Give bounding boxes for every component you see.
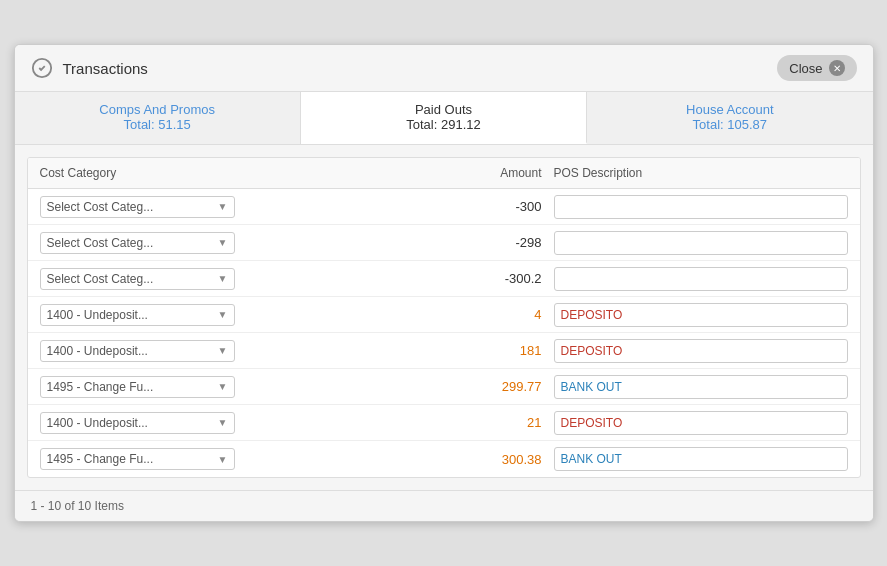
pos-cell[interactable] — [554, 267, 848, 291]
pos-input[interactable] — [554, 195, 848, 219]
pos-input[interactable] — [554, 267, 848, 291]
pos-cell[interactable] — [554, 195, 848, 219]
table-body: Select Cost Categ... ▼ -300 Select Cost … — [28, 189, 860, 477]
transactions-modal: Transactions Close ✕ Comps And Promos To… — [14, 44, 874, 522]
table-row: 1400 - Undeposit... ▼ 4DEPOSITO — [28, 297, 860, 333]
category-value: Select Cost Categ... — [47, 236, 154, 250]
tab-comps[interactable]: Comps And Promos Total: 51.15 — [15, 92, 301, 144]
pos-text-bank: BANK OUT — [554, 375, 848, 399]
dropdown-arrow-icon: ▼ — [218, 237, 228, 248]
category-cell[interactable]: 1495 - Change Fu... ▼ — [40, 376, 260, 398]
table-row: 1495 - Change Fu... ▼ 299.77BANK OUT — [28, 369, 860, 405]
pos-cell: BANK OUT — [554, 375, 848, 399]
pos-text-bank: BANK OUT — [554, 447, 848, 471]
close-button[interactable]: Close ✕ — [777, 55, 856, 81]
pagination-label: 1 - 10 of 10 Items — [31, 499, 124, 513]
tab-paid-outs-total: Total: 291.12 — [309, 117, 578, 132]
dropdown-arrow-icon: ▼ — [218, 381, 228, 392]
col-header-amount: Amount — [260, 166, 554, 180]
close-icon: ✕ — [829, 60, 845, 76]
header-left: Transactions — [31, 57, 148, 79]
table-row: 1400 - Undeposit... ▼ 21DEPOSITO — [28, 405, 860, 441]
dropdown-arrow-icon: ▼ — [218, 345, 228, 356]
amount-cell: -298 — [260, 235, 554, 250]
tab-comps-label: Comps And Promos — [23, 102, 292, 117]
table-row: Select Cost Categ... ▼ -298 — [28, 225, 860, 261]
pos-cell: DEPOSITO — [554, 303, 848, 327]
tab-comps-total: Total: 51.15 — [23, 117, 292, 132]
modal-title: Transactions — [63, 60, 148, 77]
amount-cell: -300 — [260, 199, 554, 214]
category-value: 1495 - Change Fu... — [47, 380, 154, 394]
category-cell[interactable]: 1400 - Undeposit... ▼ — [40, 340, 260, 362]
amount-cell: 299.77 — [260, 379, 554, 394]
tab-bar: Comps And Promos Total: 51.15 Paid Outs … — [15, 92, 873, 145]
pos-text: DEPOSITO — [554, 303, 848, 327]
tab-house-total: Total: 105.87 — [595, 117, 864, 132]
category-cell[interactable]: 1400 - Undeposit... ▼ — [40, 412, 260, 434]
category-cell[interactable]: Select Cost Categ... ▼ — [40, 268, 260, 290]
pos-text: DEPOSITO — [554, 411, 848, 435]
pos-cell[interactable] — [554, 231, 848, 255]
tab-paid-outs[interactable]: Paid Outs Total: 291.12 — [301, 92, 587, 144]
close-label: Close — [789, 61, 822, 76]
tab-house-label: House Account — [595, 102, 864, 117]
table-row: Select Cost Categ... ▼ -300.2 — [28, 261, 860, 297]
tab-house[interactable]: House Account Total: 105.87 — [587, 92, 872, 144]
dropdown-arrow-icon: ▼ — [218, 273, 228, 284]
amount-cell: 4 — [260, 307, 554, 322]
dropdown-arrow-icon: ▼ — [218, 417, 228, 428]
transactions-icon — [31, 57, 53, 79]
category-value: Select Cost Categ... — [47, 200, 154, 214]
amount-cell: 21 — [260, 415, 554, 430]
category-cell[interactable]: 1495 - Change Fu... ▼ — [40, 448, 260, 470]
amount-cell: 181 — [260, 343, 554, 358]
data-table: Cost Category Amount POS Description Sel… — [27, 157, 861, 478]
category-cell[interactable]: Select Cost Categ... ▼ — [40, 232, 260, 254]
pos-cell: BANK OUT — [554, 447, 848, 471]
col-header-category: Cost Category — [40, 166, 260, 180]
dropdown-arrow-icon: ▼ — [218, 201, 228, 212]
category-value: 1495 - Change Fu... — [47, 452, 154, 466]
pos-cell: DEPOSITO — [554, 411, 848, 435]
table-row: 1400 - Undeposit... ▼ 181DEPOSITO — [28, 333, 860, 369]
table-footer: 1 - 10 of 10 Items — [15, 490, 873, 521]
table-header: Cost Category Amount POS Description — [28, 158, 860, 189]
category-cell[interactable]: 1400 - Undeposit... ▼ — [40, 304, 260, 326]
pos-input[interactable] — [554, 231, 848, 255]
tab-paid-outs-label: Paid Outs — [309, 102, 578, 117]
category-value: Select Cost Categ... — [47, 272, 154, 286]
table-row: 1495 - Change Fu... ▼ 300.38BANK OUT — [28, 441, 860, 477]
table-row: Select Cost Categ... ▼ -300 — [28, 189, 860, 225]
category-cell[interactable]: Select Cost Categ... ▼ — [40, 196, 260, 218]
dropdown-arrow-icon: ▼ — [218, 454, 228, 465]
category-value: 1400 - Undeposit... — [47, 308, 148, 322]
col-header-pos: POS Description — [554, 166, 848, 180]
amount-cell: 300.38 — [260, 452, 554, 467]
pos-text: DEPOSITO — [554, 339, 848, 363]
dropdown-arrow-icon: ▼ — [218, 309, 228, 320]
modal-header: Transactions Close ✕ — [15, 45, 873, 92]
category-value: 1400 - Undeposit... — [47, 344, 148, 358]
category-value: 1400 - Undeposit... — [47, 416, 148, 430]
amount-cell: -300.2 — [260, 271, 554, 286]
pos-cell: DEPOSITO — [554, 339, 848, 363]
